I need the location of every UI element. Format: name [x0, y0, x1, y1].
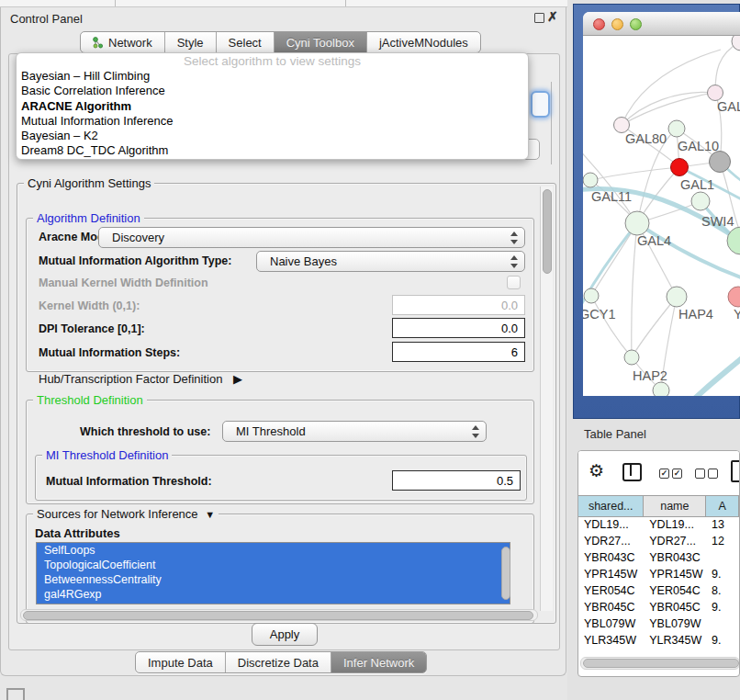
scrollbar-thumb[interactable]: [583, 659, 739, 668]
aracne-mode-value: Discovery: [99, 231, 164, 244]
table-row[interactable]: YDR27...YDR27...12: [578, 533, 739, 549]
node-GCY1[interactable]: [584, 288, 599, 303]
algorithm-option[interactable]: Dream8 DC_TDC Algorithm: [17, 143, 528, 158]
algorithm-option[interactable]: Basic Correlation Inference: [17, 84, 528, 98]
network-canvas[interactable]: GALGAL80GAL10GAL1GAL11SWI4GAL4GCY1HAP4YH…: [583, 36, 740, 396]
combo-arrows-icon: [471, 425, 479, 438]
tab-infer-network[interactable]: Infer Network: [331, 652, 426, 672]
close-window-icon[interactable]: [593, 18, 605, 30]
close-panel-icon[interactable]: ✗: [547, 9, 558, 24]
node-unlabeled-top[interactable]: [732, 36, 740, 51]
table-header-row: shared...nameA: [578, 495, 739, 517]
tab-impute-data[interactable]: Impute Data: [136, 652, 226, 672]
mi-threshold-field[interactable]: 0.5: [392, 470, 521, 491]
table-row[interactable]: YPR145WYPR145W9.: [578, 566, 739, 582]
attribute-item[interactable]: gal4RGexp: [37, 587, 510, 602]
network-window-titlebar[interactable]: [583, 12, 740, 36]
table-row[interactable]: YBR043CYBR043C: [578, 549, 739, 566]
kernel-width-field[interactable]: 0.0: [392, 295, 525, 315]
manual-kernel-width-checkbox[interactable]: [507, 276, 521, 289]
scrollbar-thumb[interactable]: [23, 611, 533, 620]
algorithm-option[interactable]: Bayesian – K2: [17, 129, 528, 143]
data-attributes-list[interactable]: SelfLoopsTopologicalCoefficientBetweenne…: [36, 542, 510, 604]
node-HAP4[interactable]: [667, 287, 687, 307]
node-bottom[interactable]: [653, 382, 669, 396]
algorithm-option[interactable]: Bayesian – Hill Climbing: [17, 69, 528, 84]
network-edge[interactable]: [632, 297, 677, 357]
expander-collapsed-icon[interactable]: ▶: [233, 372, 242, 386]
table-row[interactable]: YLR345WYLR345W9.: [578, 632, 739, 648]
node-HAP2[interactable]: [624, 350, 639, 365]
node-SWI4[interactable]: [691, 192, 710, 210]
tab-jactivemnodules[interactable]: jActiveMNodules: [367, 32, 480, 52]
node-GAL80[interactable]: [614, 118, 630, 133]
column-header-A[interactable]: A: [706, 496, 739, 516]
network-edge[interactable]: [591, 296, 632, 357]
mi-algorithm-type-combobox[interactable]: Naive Bayes: [256, 251, 525, 272]
node-GAL11[interactable]: [583, 173, 598, 187]
node-GAL10-neighbor[interactable]: [668, 120, 685, 137]
dpi-tolerance-field[interactable]: 0.0: [392, 318, 525, 338]
column-header-shared[interactable]: shared...: [578, 496, 644, 516]
table-cell: YPR145W: [644, 566, 706, 582]
node-gal-top[interactable]: [708, 85, 723, 101]
table-cell: YDR27...: [644, 533, 706, 549]
settings-horizontal-scrollbar[interactable]: [20, 609, 538, 621]
attribute-item[interactable]: SelfLoops: [37, 543, 510, 558]
node-GAL10[interactable]: [710, 152, 731, 173]
node-GAL4[interactable]: [625, 211, 649, 235]
scrollbar-thumb[interactable]: [543, 189, 552, 274]
minimize-window-icon[interactable]: [611, 18, 623, 30]
toolbar-divider: [345, 0, 346, 6]
control-panel-title: Control Panel: [10, 12, 83, 26]
attribute-item[interactable]: TopologicalCoefficient: [37, 558, 510, 572]
node-label-GAL80: GAL80: [625, 131, 667, 146]
table-row[interactable]: YBL079WYBL079W: [578, 615, 739, 632]
tab-style[interactable]: Style: [165, 32, 217, 52]
network-icon: [93, 37, 104, 49]
table-row[interactable]: YDL19...YDL19...13: [578, 516, 739, 533]
sources-title-text: Sources for Network Inference: [37, 507, 198, 521]
apply-button[interactable]: Apply: [252, 623, 318, 646]
attribute-item[interactable]: BetweennessCentrality: [37, 572, 510, 587]
hub-definition-expander[interactable]: Hub/Transcription Factor Definition ▶: [39, 372, 242, 386]
table-cell: YBR045C: [578, 599, 644, 615]
network-edge[interactable]: [622, 50, 721, 125]
algorithm-option[interactable]: ARACNE Algorithm: [17, 99, 528, 114]
minimized-window-icon[interactable]: [6, 688, 25, 700]
table-horizontal-scrollbar[interactable]: [580, 657, 740, 670]
expander-expanded-icon[interactable]: ▼: [205, 509, 215, 520]
tab-select[interactable]: Select: [217, 32, 275, 52]
node-GAL1-red[interactable]: [671, 159, 689, 176]
aracne-mode-combobox[interactable]: Discovery: [98, 227, 525, 248]
which-threshold-value: MI Threshold: [223, 424, 306, 438]
network-edge-highlighted[interactable]: [664, 353, 740, 396]
network-edge[interactable]: [622, 92, 715, 125]
table-row[interactable]: YBR045CYBR045C9.: [578, 599, 739, 615]
select-all-checkboxes-icon[interactable]: ✓✓: [659, 469, 682, 479]
deselect-checkboxes-icon[interactable]: [695, 469, 718, 479]
tab-network[interactable]: Network: [81, 32, 165, 52]
table-cell: [706, 549, 739, 566]
tab-label: Network: [108, 36, 152, 50]
table-row[interactable]: YER054CYER054C8.: [578, 582, 739, 599]
zoom-window-icon[interactable]: [630, 18, 642, 30]
float-window-icon[interactable]: [534, 13, 544, 23]
tab-discretize-data[interactable]: Discretize Data: [226, 652, 331, 672]
tab-cyni-toolbox[interactable]: Cyni Toolbox: [275, 32, 367, 52]
settings-gear-icon[interactable]: ⚙: [589, 460, 604, 481]
obscured-group-border: [551, 82, 552, 164]
algorithm-option[interactable]: Mutual Information Inference: [17, 114, 528, 129]
new-table-document-icon[interactable]: [731, 460, 740, 482]
manual-kernel-width-label: Manual Kernel Width Definition: [39, 277, 208, 289]
node-salmon-right[interactable]: [728, 287, 740, 307]
which-threshold-combobox[interactable]: MI Threshold: [222, 421, 487, 442]
sources-group-title[interactable]: Sources for Network Inference ▼: [33, 507, 219, 521]
scrollbar-thumb[interactable]: [501, 547, 510, 600]
network-view-frame[interactable]: GALGAL80GAL10GAL1GAL11SWI4GAL4GCY1HAP4YH…: [573, 4, 740, 419]
split-columns-icon[interactable]: [622, 463, 642, 481]
settings-vertical-scrollbar[interactable]: [540, 186, 553, 611]
attributes-list-scrollbar[interactable]: [500, 545, 510, 602]
mi-steps-field[interactable]: 6: [392, 342, 525, 362]
column-header-name[interactable]: name: [644, 496, 706, 516]
